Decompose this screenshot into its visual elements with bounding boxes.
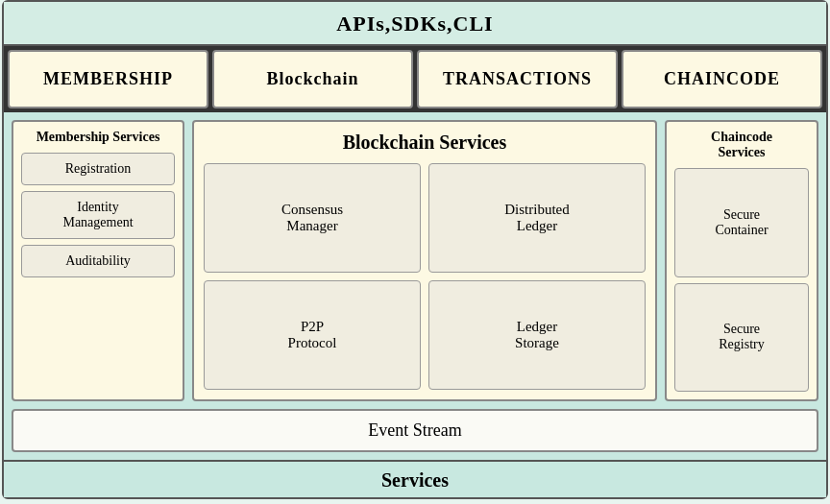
chaincode-column: CHAINCODE [622,50,822,108]
secure-registry-item: SecureRegistry [674,283,809,393]
consensus-manager-item: ConsensusManager [204,163,421,273]
membership-column: MEMBERSHIP [8,50,208,108]
membership-services-title: Membership Services [21,130,175,145]
membership-services-panel: Membership Services Registration Identit… [12,120,184,401]
transactions-label: TRANSACTIONS [443,69,592,88]
blockchain-label: Blockchain [266,69,358,88]
apis-bar: APIs,SDKs,CLI [4,2,826,46]
identity-management-item: IdentityManagement [21,191,175,239]
blockchain-column: Blockchain [212,50,413,108]
ledger-storage-item: LedgerStorage [428,280,646,390]
blockchain-services-title: Blockchain Services [204,132,646,154]
distributed-ledger-item: DistributedLedger [428,163,646,273]
services-row: Membership Services Registration Identit… [4,112,826,401]
p2p-protocol-item: P2PProtocol [204,280,421,390]
auditability-item: Auditability [21,245,175,277]
registration-item: Registration [21,153,175,185]
main-container: APIs,SDKs,CLI MEMBERSHIP Blockchain TRAN… [2,0,828,499]
membership-label: MEMBERSHIP [43,69,173,88]
event-stream-label: Event Stream [368,420,461,440]
blockchain-services-grid: ConsensusManager DistributedLedger P2PPr… [204,163,646,390]
secure-container-item: SecureContainer [674,168,809,277]
services-footer: Services [4,460,826,497]
services-label: Services [381,469,449,491]
columns-row: MEMBERSHIP Blockchain TRANSACTIONS CHAIN… [4,46,826,112]
chaincode-services-panel: ChaincodeServices SecureContainer Secure… [665,120,818,401]
blockchain-services-panel: Blockchain Services ConsensusManager Dis… [192,120,657,401]
chaincode-label: CHAINCODE [664,69,780,88]
event-stream-bar: Event Stream [12,409,818,452]
transactions-column: TRANSACTIONS [417,50,618,108]
apis-label: APIs,SDKs,CLI [336,12,493,36]
chaincode-services-title: ChaincodeServices [674,130,809,160]
